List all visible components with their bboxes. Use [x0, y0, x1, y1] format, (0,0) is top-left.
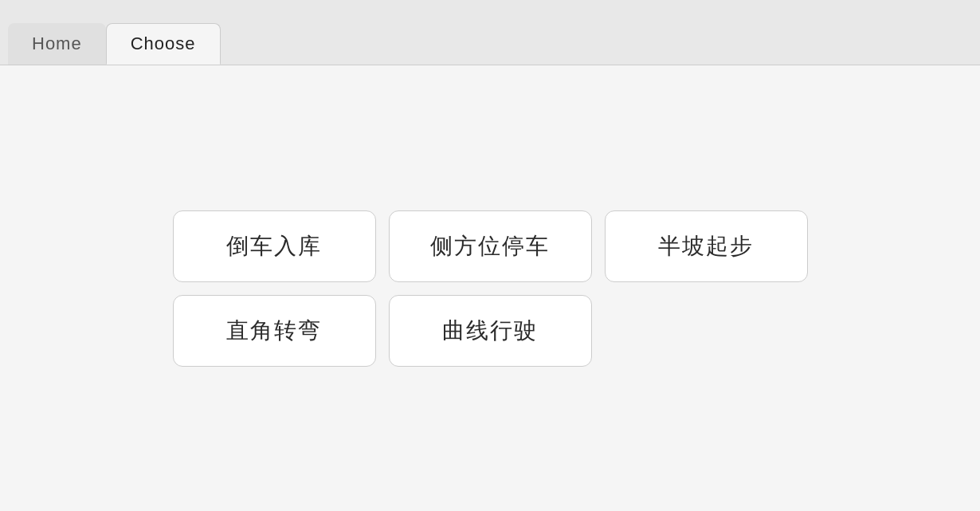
btn-banpo[interactable]: 半坡起步	[605, 210, 808, 282]
btn-quxian[interactable]: 曲线行驶	[389, 295, 592, 367]
main-content: 倒车入库 侧方位停车 半坡起步 直角转弯 曲线行驶	[0, 65, 980, 511]
btn-daoche[interactable]: 倒车入库	[173, 210, 376, 282]
tab-choose[interactable]: Choose	[106, 23, 221, 65]
button-grid: 倒车入库 侧方位停车 半坡起步 直角转弯 曲线行驶	[173, 210, 808, 367]
btn-zhijiao[interactable]: 直角转弯	[173, 295, 376, 367]
btn-cefang[interactable]: 侧方位停车	[389, 210, 592, 282]
tab-bar: Home Choose	[0, 0, 980, 65]
tab-home[interactable]: Home	[8, 23, 106, 65]
